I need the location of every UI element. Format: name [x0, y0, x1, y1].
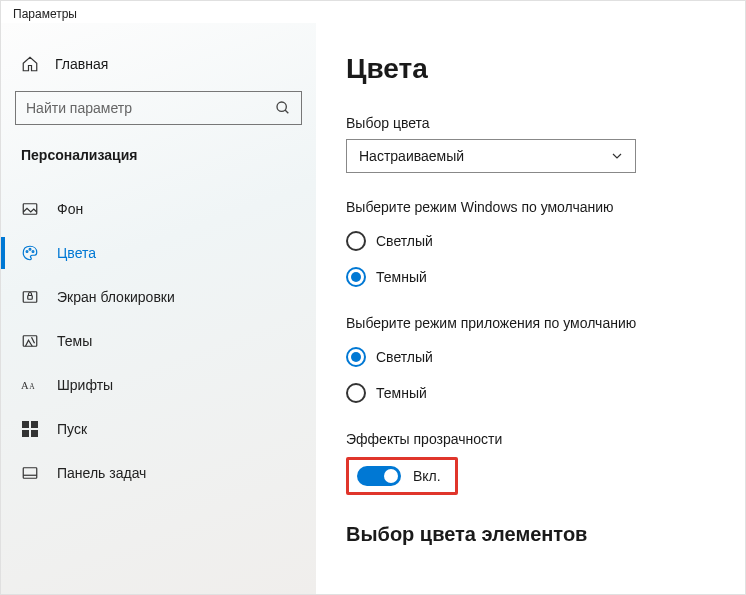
svg-point-4 [29, 248, 31, 250]
sidebar-item-label: Цвета [57, 245, 96, 261]
svg-point-5 [32, 251, 34, 253]
search-input-container[interactable] [15, 91, 302, 125]
themes-icon [21, 332, 39, 350]
radio-icon [346, 383, 366, 403]
fonts-icon: AA [21, 378, 39, 392]
sidebar-item-themes[interactable]: Темы [1, 319, 316, 363]
svg-text:A: A [29, 382, 35, 391]
radio-label: Темный [376, 269, 427, 285]
radio-label: Светлый [376, 233, 433, 249]
color-picker-label: Выбор цвета [346, 115, 715, 131]
sidebar-item-colors[interactable]: Цвета [1, 231, 316, 275]
radio-icon [346, 231, 366, 251]
toggle-state-label: Вкл. [413, 468, 441, 484]
sidebar-section-title: Персонализация [15, 147, 302, 181]
svg-rect-6 [23, 292, 37, 303]
radio-icon [346, 347, 366, 367]
windows-mode-light[interactable]: Светлый [346, 223, 715, 259]
dropdown-value: Настраиваемый [359, 148, 464, 164]
search-icon [275, 100, 291, 116]
app-mode-dark[interactable]: Темный [346, 375, 715, 411]
nav-home[interactable]: Главная [15, 41, 302, 91]
picture-icon [21, 200, 39, 218]
chevron-down-icon [611, 150, 623, 162]
lockscreen-icon [21, 288, 39, 306]
svg-rect-12 [31, 421, 38, 428]
sidebar: Главная Персонализация Фон [1, 23, 316, 594]
sidebar-item-taskbar[interactable]: Панель задач [1, 451, 316, 495]
svg-rect-2 [23, 204, 37, 215]
sidebar-item-lockscreen[interactable]: Экран блокировки [1, 275, 316, 319]
radio-label: Светлый [376, 349, 433, 365]
sidebar-item-label: Экран блокировки [57, 289, 175, 305]
windows-mode-dark[interactable]: Темный [346, 259, 715, 295]
sidebar-item-label: Фон [57, 201, 83, 217]
sidebar-item-label: Панель задач [57, 465, 146, 481]
radio-label: Темный [376, 385, 427, 401]
svg-rect-7 [28, 296, 33, 300]
svg-line-1 [285, 110, 288, 113]
sidebar-item-fonts[interactable]: AA Шрифты [1, 363, 316, 407]
sidebar-item-label: Темы [57, 333, 92, 349]
app-mode-label: Выберите режим приложения по умолчанию [346, 315, 715, 331]
svg-rect-8 [23, 336, 37, 347]
transparency-toggle[interactable] [357, 466, 401, 486]
svg-text:A: A [21, 380, 29, 391]
app-mode-light[interactable]: Светлый [346, 339, 715, 375]
window-title: Параметры [1, 1, 745, 23]
transparency-highlight: Вкл. [346, 457, 458, 495]
sidebar-item-label: Шрифты [57, 377, 113, 393]
svg-rect-15 [23, 468, 37, 479]
content-area: Цвета Выбор цвета Настраиваемый Выберите… [316, 23, 745, 594]
windows-mode-label: Выберите режим Windows по умолчанию [346, 199, 715, 215]
svg-point-3 [26, 251, 28, 253]
color-picker-dropdown[interactable]: Настраиваемый [346, 139, 636, 173]
sidebar-item-background[interactable]: Фон [1, 187, 316, 231]
transparency-label: Эффекты прозрачности [346, 431, 715, 447]
home-icon [21, 55, 39, 73]
palette-icon [21, 244, 39, 262]
svg-rect-14 [31, 430, 38, 437]
element-color-heading: Выбор цвета элементов [346, 523, 715, 546]
svg-rect-13 [22, 430, 29, 437]
search-input[interactable] [26, 100, 275, 116]
start-icon [21, 421, 39, 437]
toggle-knob [384, 469, 398, 483]
svg-point-0 [277, 102, 286, 111]
sidebar-item-start[interactable]: Пуск [1, 407, 316, 451]
svg-rect-11 [22, 421, 29, 428]
nav-home-label: Главная [55, 56, 108, 72]
taskbar-icon [21, 464, 39, 482]
sidebar-item-label: Пуск [57, 421, 87, 437]
page-title: Цвета [346, 53, 715, 85]
radio-icon [346, 267, 366, 287]
